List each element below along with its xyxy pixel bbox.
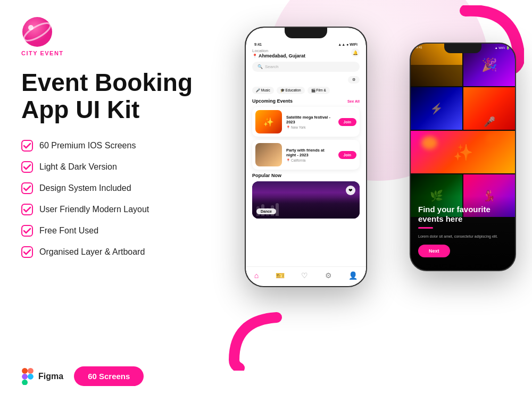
svg-point-0 (22, 17, 52, 47)
popular-card: Dance ❤ (252, 181, 360, 219)
svg-rect-12 (22, 379, 28, 384)
search-icon: 🔍 (257, 64, 263, 69)
notification-bell: 🔔 (351, 48, 360, 57)
feature-item: 60 Premium IOS Screens (21, 140, 202, 152)
secondary-title: Find your favourite events here (418, 205, 508, 224)
popular-header: Popular Now (252, 173, 360, 178)
check-icon-6 (21, 246, 33, 258)
join-button-1[interactable]: Join (338, 118, 356, 126)
svg-point-13 (28, 373, 34, 379)
phone-nav-bar: ⌂ 🎫 ♡ ⚙ 👤 (246, 266, 366, 286)
nav-heart: ♡ (301, 271, 308, 280)
check-icon-4 (21, 204, 33, 215)
svg-rect-9 (22, 368, 28, 374)
phone-secondary-status-bar: 9:41 ▲ WiFi 🔋 (416, 46, 510, 49)
secondary-description: Lorem dolor sit amet, consectetur adipis… (418, 234, 508, 239)
photo-3: ⚡ (411, 87, 462, 130)
event-location-2: 📍 California (286, 158, 334, 162)
feature-item: User Friendly Modern Layout (21, 204, 202, 215)
event-info-1: Satellite mega festival - 2023 📍 New Yor… (286, 115, 334, 129)
feature-list: 60 Premium IOS Screens Light & Dark Vers… (21, 140, 202, 267)
event-info-2: Party with friends at night - 2023 📍 Cal… (286, 148, 334, 162)
phone-main-screen: 9:41 ▲▲ ● WiFi Location 📍 Ahmedabad, Guj… (246, 28, 366, 286)
category-film: 🎬 Film & (307, 87, 330, 94)
secondary-next-button[interactable]: Next (418, 245, 450, 257)
event-image-1: ✨ (255, 110, 282, 133)
nav-tickets: 🎫 (276, 271, 285, 280)
figma-badge: Figma (21, 368, 63, 385)
secondary-accent-line (418, 227, 433, 229)
feature-item: Light & Dark Version (21, 161, 202, 173)
popular-heart: ❤ (346, 186, 355, 195)
brand-name: CITY EVENT (21, 50, 64, 56)
right-panel: 9:41 ▲▲ ● WiFi Location 📍 Ahmedabad, Guj… (213, 0, 532, 402)
nav-settings: ⚙ (325, 271, 332, 280)
photo-collage: 🎉 ⚡ 🎤 (411, 44, 515, 214)
left-panel: CITY EVENT Event Booking App UI Kit 60 P… (0, 0, 223, 402)
popular-title: Popular Now (252, 173, 281, 178)
phone-secondary-mockup: 9:41 ▲ WiFi 🔋 🎉 ⚡ (410, 43, 516, 271)
join-button-2[interactable]: Join (338, 151, 356, 159)
upcoming-title: Upcoming Events (252, 98, 293, 104)
figma-label: Figma (38, 372, 63, 381)
secondary-status-time: 9:41 (416, 46, 422, 49)
nav-home: ⌂ (254, 271, 259, 280)
phone-secondary-screen: 9:41 ▲ WiFi 🔋 🎉 ⚡ (411, 44, 515, 270)
logo-area: CITY EVENT (21, 16, 202, 56)
location-row: Location 📍 Ahmedabad, Gujarat 🔔 (252, 48, 360, 58)
phone-notch (285, 28, 327, 38)
check-icon-3 (21, 182, 33, 194)
svg-rect-10 (28, 368, 34, 374)
filter-row: ⚙ (252, 76, 360, 83)
check-icon-5 (21, 225, 33, 237)
secondary-status-icons: ▲ WiFi 🔋 (495, 46, 510, 49)
feature-item: Organised Layer & Artboard (21, 246, 202, 258)
status-time: 9:41 (254, 43, 262, 46)
see-all-link: See All (347, 99, 360, 103)
phone-screen-content: 9:41 ▲▲ ● WiFi Location 📍 Ahmedabad, Guj… (246, 38, 366, 222)
brand-logo-icon (21, 16, 53, 48)
filter-button: ⚙ (348, 76, 360, 83)
category-education: 🎓 Education (277, 87, 305, 94)
svg-point-2 (28, 25, 34, 30)
status-bar: 9:41 ▲▲ ● WiFi (252, 41, 360, 48)
search-placeholder: Search (265, 64, 278, 69)
location-info: Location 📍 Ahmedabad, Gujarat (252, 48, 305, 58)
event-image-2 (255, 143, 282, 166)
figma-icon (21, 368, 34, 385)
event-card-2: Party with friends at night - 2023 📍 Cal… (252, 140, 360, 170)
search-bar: 🔍 Search (252, 62, 360, 72)
event-img-bg-1: ✨ (255, 110, 282, 133)
feature-item: Design System Included (21, 182, 202, 194)
event-title-1: Satellite mega festival - 2023 (286, 115, 334, 124)
phone-main-mockup: 9:41 ▲▲ ● WiFi Location 📍 Ahmedabad, Guj… (245, 27, 367, 287)
event-title-2: Party with friends at night - 2023 (286, 148, 334, 157)
category-chips: 🎤 Music 🎓 Education 🎬 Film & (252, 87, 360, 94)
location-label: Location (252, 48, 305, 53)
location-value: 📍 Ahmedabad, Gujarat (252, 53, 305, 58)
check-icon-2 (21, 161, 33, 173)
upcoming-header: Upcoming Events See All (252, 98, 360, 104)
filter-icon: ⚙ (352, 78, 355, 82)
status-icons: ▲▲ ● WiFi (338, 43, 358, 46)
screens-badge: 60 Screens (74, 366, 144, 386)
category-music: 🎤 Music (252, 87, 274, 94)
popular-badge: Dance (256, 208, 276, 214)
check-icon-1 (21, 140, 33, 152)
bottom-bar: Figma 60 Screens (21, 366, 202, 386)
event-img-bg-2 (255, 143, 282, 166)
nav-profile: 👤 (348, 271, 358, 280)
photo-wide: ✨ (411, 131, 515, 173)
photo-4: 🎤 (463, 87, 515, 130)
main-heading: Event Booking App UI Kit (21, 69, 202, 123)
phone-secondary-overlay: Find your favourite events here Lorem do… (411, 196, 515, 270)
svg-rect-11 (22, 373, 28, 379)
feature-item: Free Font Used (21, 225, 202, 237)
decorative-ring-bottom (229, 312, 287, 373)
event-location-1: 📍 New York (286, 125, 334, 129)
event-card-1: ✨ Satellite mega festival - 2023 📍 New Y… (252, 107, 360, 137)
